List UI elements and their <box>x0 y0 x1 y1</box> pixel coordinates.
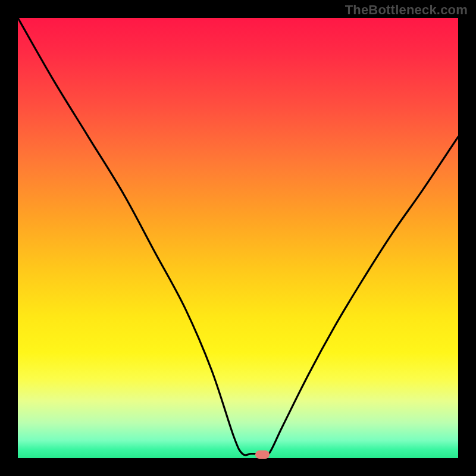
optimal-marker <box>255 450 270 459</box>
chart-frame: TheBottleneck.com <box>0 0 476 476</box>
watermark-text: TheBottleneck.com <box>345 2 468 18</box>
curve-path <box>18 18 458 456</box>
bottleneck-curve <box>18 18 458 458</box>
plot-area <box>18 18 458 458</box>
